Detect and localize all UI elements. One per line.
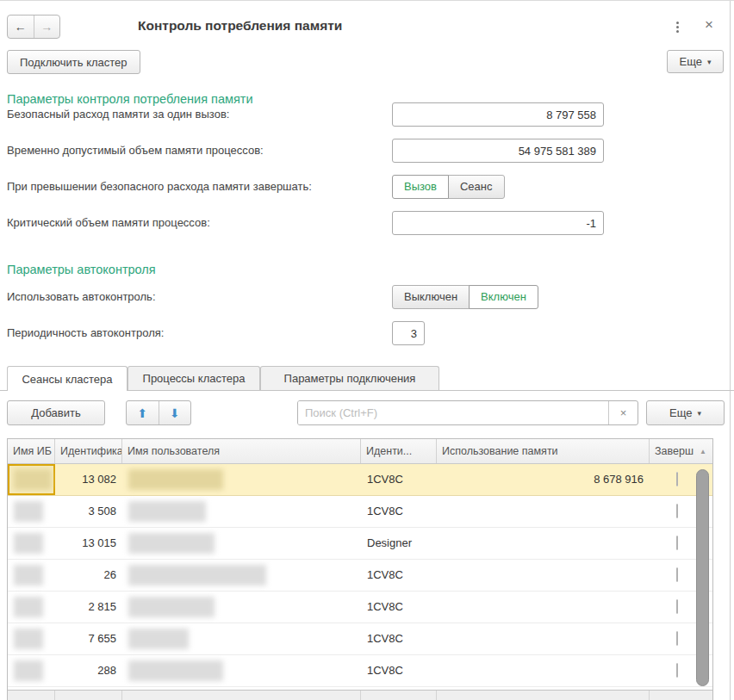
back-icon[interactable]: ← [8, 15, 34, 38]
use-autocontrol-label: Использовать автоконтроль: [7, 285, 156, 309]
critical-volume-input[interactable] [392, 211, 604, 235]
user-name-cell [122, 592, 361, 623]
client-id: 1CV8C [361, 496, 437, 527]
table-row[interactable]: 288 1CV8C [8, 655, 712, 687]
terminate-checkbox[interactable] [676, 567, 678, 582]
redacted-user-name [128, 533, 215, 554]
terminate-checkbox[interactable] [676, 536, 678, 550]
table-row[interactable]: 3 508 1CV8C [8, 496, 712, 528]
tab-connection-params[interactable]: Параметры подключения [260, 366, 439, 390]
session-id: 13 015 [55, 528, 122, 559]
move-up-icon[interactable]: ⬆ [127, 401, 159, 424]
user-name-cell [122, 496, 361, 527]
session-id: 3 508 [55, 496, 122, 527]
col-header-client-id[interactable]: Иденти... [361, 439, 437, 463]
move-button-group: ⬆ ⬇ [126, 400, 191, 425]
exceed-action-label: При превышении безопасного расхода памят… [7, 175, 312, 199]
search-clear-icon[interactable]: × [608, 401, 638, 424]
critical-volume-label: Критический объем памяти процессов: [7, 211, 210, 235]
session-id: 2 815 [55, 592, 122, 623]
ib-name-cell [8, 560, 55, 591]
toggle-option-call[interactable]: Вызов [392, 175, 449, 199]
period-input[interactable] [392, 321, 425, 345]
safe-call-label: Безопасный расход памяти за один вызов: [7, 102, 229, 127]
toggle-option-on[interactable]: Включен [469, 285, 538, 309]
user-name-cell [122, 464, 361, 495]
tab-cluster-sessions[interactable]: Сеансы кластера [7, 366, 128, 391]
col-header-user-name[interactable]: Имя пользователя [122, 439, 361, 463]
more-button-grid[interactable]: Еще ▾ [646, 400, 725, 425]
autocontrol-section-title: Параметры автоконтроля [7, 263, 156, 276]
redacted-user-name [128, 660, 223, 681]
redacted-ib-name [14, 629, 43, 649]
user-name-cell [122, 623, 361, 654]
memory-usage: 8 678 916 [437, 464, 650, 495]
table-row[interactable]: 7 655 1CV8C [8, 623, 712, 655]
col-header-ib-name[interactable]: Имя ИБ [8, 439, 55, 463]
redacted-ib-name [14, 501, 43, 522]
period-label: Периодичность автоконтроля: [7, 321, 164, 345]
client-id: Designer [361, 528, 437, 559]
ib-name-cell [8, 528, 55, 559]
terminate-checkbox[interactable] [676, 599, 678, 614]
table-header: Имя ИБ Идентифика... Имя пользователя Ид… [8, 439, 712, 464]
client-id: 1CV8C [361, 655, 437, 686]
toggle-option-session[interactable]: Сеанс [448, 175, 505, 199]
col-header-memory-usage[interactable]: Использование памяти [437, 439, 650, 463]
close-icon[interactable]: × [700, 16, 718, 34]
table-row[interactable]: 13 082 1CV8C 8 678 916 [8, 464, 712, 496]
memory-usage [437, 560, 650, 591]
search-input[interactable] [298, 401, 608, 424]
ib-name-cell [8, 592, 55, 623]
temp-volume-input[interactable] [392, 139, 604, 163]
terminate-checkbox[interactable] [676, 663, 678, 678]
redacted-user-name [128, 565, 266, 585]
more-label: Еще [669, 406, 692, 419]
active-cell[interactable] [8, 464, 55, 495]
sessions-table: Имя ИБ Идентифика... Имя пользователя Ид… [7, 438, 713, 700]
table-footer: 8 678 916 [8, 690, 712, 700]
chevron-down-icon: ▾ [707, 58, 712, 66]
terminate-checkbox[interactable] [676, 504, 678, 518]
tab-cluster-processes[interactable]: Процессы кластера [128, 366, 260, 390]
col-header-identifier[interactable]: Идентифика... [55, 439, 122, 463]
session-id: 7 655 [55, 623, 122, 654]
terminate-checkbox[interactable] [676, 631, 678, 646]
redacted-user-name [128, 597, 215, 617]
table-row[interactable]: 2 815 1CV8C [8, 592, 712, 623]
memory-usage [437, 623, 650, 654]
redacted-ib-name [14, 469, 52, 490]
terminate-checkbox[interactable] [676, 472, 678, 486]
memory-usage [437, 496, 650, 527]
ib-name-cell [8, 623, 55, 654]
client-id: 1CV8C [361, 464, 437, 495]
ib-name-cell [8, 496, 55, 527]
user-name-cell [122, 560, 361, 591]
chevron-down-icon: ▾ [697, 409, 701, 418]
scrollbar-up-icon[interactable]: ▲ [700, 448, 706, 455]
nav-button-group: ← → [7, 15, 60, 39]
client-id: 1CV8C [361, 623, 437, 654]
safe-call-input[interactable] [392, 102, 604, 127]
session-id: 26 [55, 560, 122, 591]
redacted-ib-name [14, 565, 43, 585]
memory-usage [437, 655, 650, 686]
session-id: 13 082 [55, 464, 122, 495]
move-down-icon[interactable]: ⬇ [159, 401, 191, 424]
scrollbar-thumb[interactable] [696, 469, 709, 686]
more-button-top[interactable]: Еще ▾ [667, 50, 724, 73]
redacted-user-name [128, 501, 206, 522]
redacted-user-name [128, 469, 223, 490]
page-title: Контроль потребления памяти [138, 18, 342, 34]
toggle-option-off[interactable]: Выключен [392, 285, 470, 309]
forward-icon[interactable]: → [34, 15, 60, 38]
more-label: Еще [680, 55, 702, 68]
table-row[interactable]: 13 015 Designer [8, 528, 712, 560]
menu-dots-icon[interactable] [675, 20, 681, 34]
ib-name-cell [8, 655, 55, 686]
connect-cluster-button[interactable]: Подключить кластер [7, 50, 140, 74]
add-button[interactable]: Добавить [7, 400, 105, 425]
memory-control-window: ← → Контроль потребления памяти × Подклю… [0, 0, 734, 700]
table-row[interactable]: 26 1CV8C [8, 560, 712, 592]
client-id: 1CV8C [361, 592, 437, 623]
